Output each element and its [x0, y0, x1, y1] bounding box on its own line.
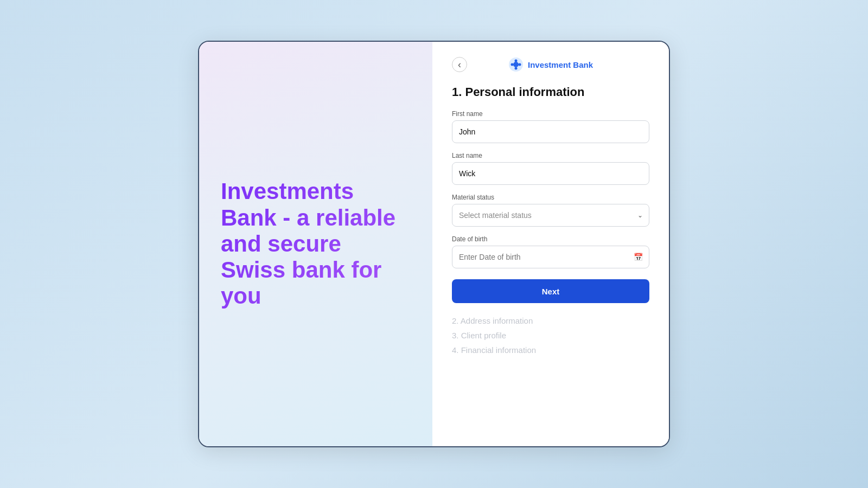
brand-icon — [508, 57, 524, 72]
svg-point-3 — [514, 67, 517, 70]
material-status-group: Material status Select material status S… — [452, 194, 649, 227]
svg-point-2 — [514, 60, 517, 62]
dob-label: Date of birth — [452, 235, 649, 243]
material-status-wrapper: Select material status Single Married Di… — [452, 204, 649, 227]
next-button[interactable]: Next — [452, 279, 649, 303]
last-name-input[interactable] — [452, 162, 649, 185]
brand-name: Investment Bank — [528, 60, 593, 69]
first-name-label: First name — [452, 110, 649, 118]
section-title: 1. Personal information — [452, 85, 649, 99]
step-list: 2. Address information 3. Client profile… — [452, 316, 649, 355]
back-button[interactable]: ‹ — [452, 57, 467, 72]
main-card: Investments Bank - a reliable and secure… — [198, 41, 670, 447]
step-address: 2. Address information — [452, 316, 649, 325]
form-header: ‹ Investment Bank — [452, 57, 649, 72]
dob-group: Date of birth 📅 — [452, 235, 649, 268]
first-name-group: First name — [452, 110, 649, 143]
material-status-select[interactable]: Select material status Single Married Di… — [452, 204, 649, 227]
left-panel: Investments Bank - a reliable and secure… — [199, 42, 432, 446]
hero-text: Investments Bank - a reliable and secure… — [221, 178, 411, 309]
dob-wrapper: 📅 — [452, 246, 649, 268]
first-name-input[interactable] — [452, 120, 649, 143]
last-name-label: Last name — [452, 152, 649, 159]
last-name-group: Last name — [452, 152, 649, 185]
svg-point-4 — [510, 63, 513, 66]
dob-input[interactable] — [452, 246, 649, 268]
right-panel: ‹ Investment Bank 1. Personal informatio… — [432, 42, 669, 446]
step-financial: 4. Financial information — [452, 345, 649, 355]
step-client-profile: 3. Client profile — [452, 331, 649, 340]
svg-point-5 — [518, 63, 521, 66]
material-status-label: Material status — [452, 194, 649, 201]
brand: Investment Bank — [508, 57, 593, 72]
svg-point-1 — [513, 62, 519, 67]
